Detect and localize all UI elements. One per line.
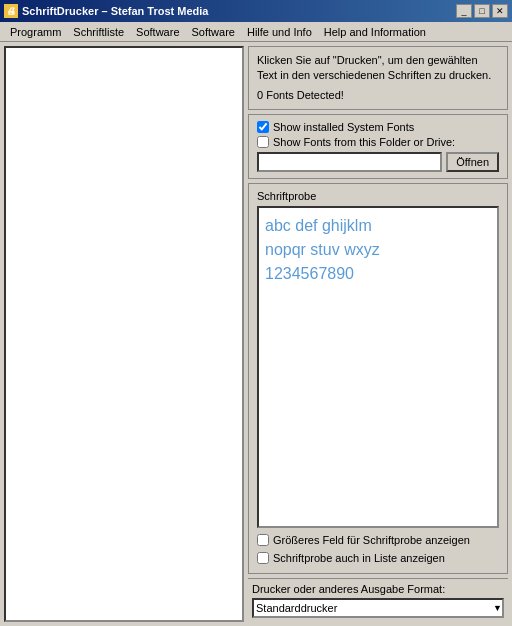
menu-bar: Programm Schriftliste Software Software …: [0, 22, 512, 42]
info-line3: 0 Fonts Detected!: [257, 88, 499, 103]
probe-line2: nopqr stuv wxyz: [265, 238, 491, 262]
system-fonts-checkbox[interactable]: [257, 121, 269, 133]
probe-box: Schriftprobe abc def ghijklm nopqr stuv …: [248, 183, 508, 574]
minimize-button[interactable]: _: [456, 4, 472, 18]
title-bar: 🖨 SchriftDrucker – Stefan Trost Media _ …: [0, 0, 512, 22]
system-fonts-label: Show installed System Fonts: [273, 121, 414, 133]
probe-line3: 1234567890: [265, 262, 491, 286]
title-buttons[interactable]: _ □ ✕: [456, 4, 508, 18]
folder-row: Öffnen: [257, 152, 499, 172]
probe-option1-checkbox[interactable]: [257, 534, 269, 546]
options-box: Show installed System Fonts Show Fonts f…: [248, 114, 508, 179]
probe-line1: abc def ghijklm: [265, 214, 491, 238]
probe-option1-label: Größeres Feld für Schriftprobe anzeigen: [273, 534, 470, 546]
open-button[interactable]: Öffnen: [446, 152, 499, 172]
probe-options: Größeres Feld für Schriftprobe anzeigen …: [257, 534, 499, 567]
right-panel: Klicken Sie auf "Drucken", um den gewähl…: [244, 42, 512, 626]
probe-option2-checkbox[interactable]: [257, 552, 269, 564]
font-list[interactable]: [4, 46, 244, 622]
menu-programm[interactable]: Programm: [4, 25, 67, 39]
system-fonts-row: Show installed System Fonts: [257, 121, 499, 133]
probe-option1-row: Größeres Feld für Schriftprobe anzeigen: [257, 534, 499, 546]
probe-option2-row: Schriftprobe auch in Liste anzeigen: [257, 552, 499, 564]
main-content: Klicken Sie auf "Drucken", um den gewähl…: [0, 42, 512, 626]
window-title: SchriftDrucker – Stefan Trost Media: [22, 5, 208, 17]
menu-schriftliste[interactable]: Schriftliste: [67, 25, 130, 39]
title-bar-left: 🖨 SchriftDrucker – Stefan Trost Media: [4, 4, 208, 18]
printer-label: Drucker oder anderes Ausgabe Format:: [252, 583, 504, 595]
probe-area: abc def ghijklm nopqr stuv wxyz 12345678…: [257, 206, 499, 528]
probe-label: Schriftprobe: [257, 190, 499, 202]
menu-software-1[interactable]: Software: [130, 25, 185, 39]
info-line2: Text in den verschiedenen Schriften zu d…: [257, 68, 499, 83]
folder-checkbox-row: Show Fonts from this Folder or Drive:: [257, 136, 499, 148]
menu-help[interactable]: Help and Information: [318, 25, 432, 39]
printer-section: Drucker oder anderes Ausgabe Format: Sta…: [248, 578, 508, 622]
app-icon: 🖨: [4, 4, 18, 18]
menu-software-2[interactable]: Software: [186, 25, 241, 39]
folder-label: Show Fonts from this Folder or Drive:: [273, 136, 455, 148]
probe-option2-label: Schriftprobe auch in Liste anzeigen: [273, 552, 445, 564]
printer-select-wrapper: Standarddrucker ▼: [252, 598, 504, 618]
info-line1: Klicken Sie auf "Drucken", um den gewähl…: [257, 53, 499, 68]
close-button[interactable]: ✕: [492, 4, 508, 18]
folder-input[interactable]: [257, 152, 442, 172]
menu-hilfe[interactable]: Hilfe und Info: [241, 25, 318, 39]
info-box: Klicken Sie auf "Drucken", um den gewähl…: [248, 46, 508, 110]
printer-select[interactable]: Standarddrucker: [252, 598, 504, 618]
folder-checkbox[interactable]: [257, 136, 269, 148]
maximize-button[interactable]: □: [474, 4, 490, 18]
